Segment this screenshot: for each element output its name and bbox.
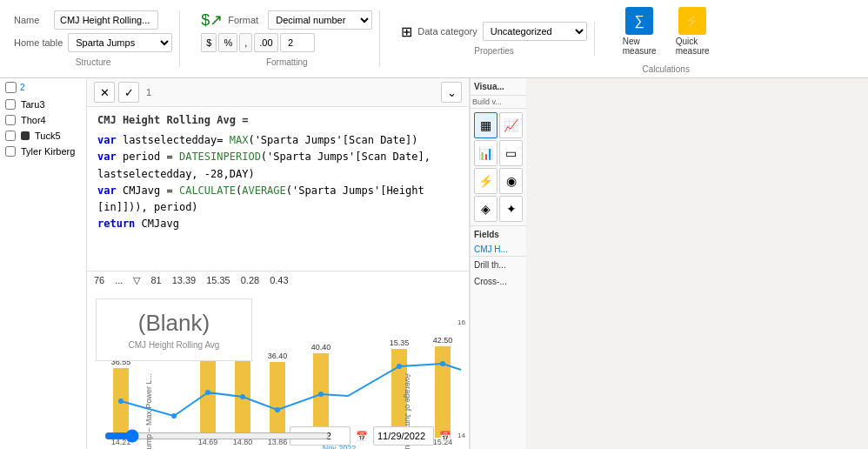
- viz-bar-button[interactable]: 📊: [474, 140, 497, 166]
- bar-label-6: 15.35: [390, 338, 410, 347]
- currency-button[interactable]: $: [201, 33, 217, 52]
- new-measure-icon: ∑: [625, 7, 653, 35]
- toolbar: Name Home table Sparta Jumps Structure $…: [0, 0, 868, 78]
- y-right-16: 16: [457, 318, 465, 326]
- blank-title: (Blank): [110, 310, 237, 337]
- name-row: Name: [14, 10, 172, 30]
- list-item-tuck[interactable]: Tuck5: [0, 128, 86, 144]
- dot-8: [440, 361, 445, 366]
- name-input[interactable]: [54, 10, 158, 30]
- new-measure-label: Newmeasure: [623, 37, 657, 56]
- viz-area-button[interactable]: ▭: [499, 140, 523, 166]
- decimal-places-input[interactable]: [280, 33, 315, 52]
- data-category-label: Data category: [417, 26, 477, 37]
- data-category-icon: ⊞: [401, 23, 412, 40]
- editor-line-indicator: 1: [146, 87, 151, 97]
- val-043: 0.43: [270, 275, 288, 286]
- name-label: Name: [14, 15, 49, 25]
- drill-label: Drill th...: [471, 256, 526, 273]
- structure-group: Name Home table Sparta Jumps Structure: [7, 10, 180, 67]
- date-end-input[interactable]: [373, 426, 434, 446]
- home-table-select[interactable]: Sparta Jumps: [68, 33, 172, 52]
- chart-container: (Blank) CMJ Height Rolling Avg Average o…: [87, 290, 469, 450]
- data-category-row: ⊞ Data category Uncategorized: [401, 22, 586, 41]
- formatting-group: $↗ Format Decimal number $ % , .00 Forma…: [194, 10, 380, 67]
- code-line-3: var CMJavg = CALCULATE(AVERAGE('Sparta J…: [97, 183, 458, 216]
- dot-4: [240, 394, 245, 399]
- comma-button[interactable]: ,: [239, 33, 252, 52]
- blank-subtitle: CMJ Height Rolling Avg: [110, 340, 237, 350]
- y-right-14: 14: [457, 432, 465, 439]
- right-visualization-panel: Visua... Build v... ▦ 📈 📊 ▭ ⚡ ◉ ◈ ✦ Fiel…: [470, 78, 526, 449]
- code-line-1: var lastselectedday= MAX('Sparta Jumps'[…: [97, 132, 458, 149]
- code-line-2: var period = DATESINPERIOD('Sparta Jumps…: [97, 149, 458, 182]
- quick-measure-button[interactable]: ⚡ Quickmeasure: [669, 3, 717, 59]
- calc-buttons-row: ∑ Newmeasure ⚡ Quickmeasure: [616, 3, 717, 59]
- val-1339: 13.39: [172, 275, 197, 286]
- val-76: 76: [94, 275, 104, 286]
- tuck-color: [21, 131, 30, 140]
- editor-toolbar: ✕ ✓ 1 ⌄: [87, 78, 469, 107]
- viz-table-button[interactable]: ▦: [474, 112, 497, 138]
- dot-7: [397, 364, 402, 369]
- bar-7: [435, 346, 451, 438]
- data-table-row: 76 ... ▽ 81 13.39 15.35 0.28 0.43: [87, 271, 469, 290]
- properties-label: Properties: [401, 46, 586, 56]
- date-end-icon: 📅: [439, 431, 451, 442]
- val-028: 0.28: [241, 275, 259, 286]
- select-count: 2: [20, 83, 25, 92]
- viz-grid: ▦ 📈 📊 ▭ ⚡ ◉ ◈ ✦: [471, 109, 526, 225]
- viz-map-button[interactable]: ◈: [474, 196, 497, 222]
- val-1535: 15.35: [206, 275, 230, 286]
- field-cmj-item[interactable]: CMJ H...: [471, 243, 526, 256]
- date-slider[interactable]: [104, 429, 330, 443]
- format-buttons-row: $ % , .00: [201, 33, 372, 52]
- format-icon: $↗: [201, 10, 223, 30]
- code-title: CMJ Height Rolling Avg =: [97, 112, 458, 129]
- percent-button[interactable]: %: [218, 33, 237, 52]
- expand-editor-button[interactable]: ⌄: [441, 82, 462, 103]
- quick-measure-icon: ⚡: [678, 7, 706, 35]
- confirm-editor-button[interactable]: ✓: [118, 82, 139, 103]
- bar-4: [270, 362, 285, 438]
- format-label: Format: [228, 15, 263, 25]
- format-row: $↗ Format Decimal number: [201, 10, 372, 30]
- select-all-checkbox[interactable]: [5, 82, 17, 93]
- main-content: 2 Taru3 Thor4 Tuck5 Tyler Kirberg ✕ ✓ 1 …: [0, 78, 868, 449]
- visualizations-title: Visua...: [471, 78, 526, 96]
- y-axis-left-label: Average of Jump – Max Power L...: [144, 373, 153, 449]
- viz-pie-button[interactable]: ◉: [499, 168, 523, 194]
- viz-line-button[interactable]: 📈: [499, 112, 523, 138]
- val-filter-icon: ▽: [133, 275, 140, 286]
- editor-content[interactable]: CMJ Height Rolling Avg = var lastselecte…: [87, 107, 469, 271]
- properties-group: ⊞ Data category Uncategorized Properties: [394, 22, 594, 56]
- bar-label-5: 40.40: [311, 343, 331, 352]
- bar-label-7: 42.50: [433, 336, 453, 345]
- format-buttons: $ % , .00: [201, 33, 314, 52]
- dot-5: [275, 407, 280, 412]
- decimal-button[interactable]: .00: [254, 33, 277, 52]
- code-editor: ✕ ✓ 1 ⌄ CMJ Height Rolling Avg = var las…: [87, 78, 470, 449]
- viz-more-button[interactable]: ✦: [499, 196, 523, 222]
- dot-3: [205, 390, 210, 395]
- list-item-taru[interactable]: Taru3: [0, 97, 86, 112]
- new-measure-button[interactable]: ∑ Newmeasure: [616, 3, 664, 59]
- date-slider-container: [104, 429, 330, 446]
- home-table-label: Home table: [14, 37, 63, 48]
- home-table-row: Home table Sparta Jumps: [14, 33, 172, 52]
- close-editor-button[interactable]: ✕: [94, 82, 115, 103]
- cross-label: Cross-...: [471, 273, 526, 290]
- data-category-select[interactable]: Uncategorized: [483, 22, 587, 41]
- fields-label: Fields: [471, 225, 526, 243]
- formatting-label: Formatting: [201, 57, 372, 67]
- blank-card: (Blank) CMJ Height Rolling Avg: [96, 298, 252, 361]
- list-item-thor[interactable]: Thor4: [0, 112, 86, 128]
- viz-scatter-button[interactable]: ⚡: [474, 168, 497, 194]
- list-item-tyler[interactable]: Tyler Kirberg: [0, 144, 86, 159]
- format-select[interactable]: Decimal number: [268, 10, 372, 30]
- code-line-4: return CMJavg: [97, 216, 458, 232]
- calculations-label: Calculations: [616, 64, 717, 74]
- date-separator-icon: 📅: [356, 431, 368, 442]
- bar-label-4: 36.40: [268, 352, 288, 360]
- left-panel: 2 Taru3 Thor4 Tuck5 Tyler Kirberg: [0, 78, 87, 449]
